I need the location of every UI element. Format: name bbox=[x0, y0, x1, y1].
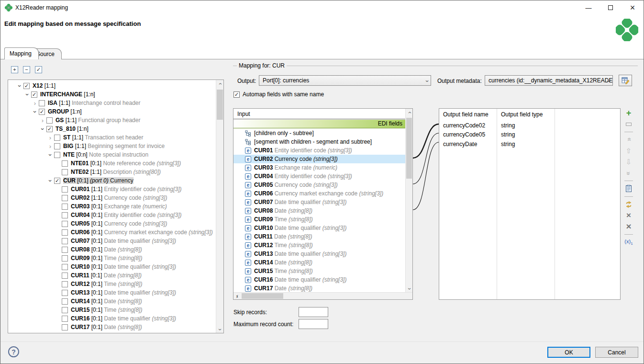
tree-item-cur16[interactable]: CUR16 [0:1] Date time qualifier (string[… bbox=[8, 314, 216, 323]
tree-item-checkbox[interactable] bbox=[62, 255, 68, 262]
tree-item-group[interactable]: ›✓GROUP [1:n] bbox=[8, 107, 216, 116]
clear-all-mappings-button[interactable]: × bbox=[622, 222, 635, 231]
input-item-cur05[interactable]: eCUR05 Currency code (string[3]) bbox=[233, 181, 405, 189]
scroll-down-icon[interactable]: › bbox=[406, 285, 413, 292]
input-item-cur03[interactable]: eCUR03 Exchange rate (numeric) bbox=[233, 163, 405, 172]
collapse-arrow-icon[interactable]: › bbox=[46, 178, 54, 184]
cancel-button[interactable]: Cancel bbox=[595, 347, 638, 358]
scroll-down-icon[interactable]: › bbox=[216, 326, 223, 333]
maximize-icon[interactable] bbox=[600, 0, 622, 15]
scroll-up-icon[interactable]: › bbox=[406, 109, 413, 116]
remove-field-button[interactable] bbox=[622, 120, 635, 128]
skip-records-input[interactable] bbox=[299, 307, 328, 317]
tree-item-nte02[interactable]: NTE02 [1:1] Description (string[80]) bbox=[8, 168, 216, 176]
tree-item-cur09[interactable]: CUR09 [0:1] Time (string[8]) bbox=[8, 254, 216, 262]
tree-item-cur15[interactable]: CUR15 [0:1] Time (string[8]) bbox=[8, 306, 216, 314]
input-item-cur15[interactable]: eCUR15 Time (string[8]) bbox=[233, 267, 405, 275]
scroll-up-icon[interactable]: › bbox=[216, 80, 223, 87]
collapse-arrow-icon[interactable]: › bbox=[16, 83, 23, 89]
tree-item-checkbox[interactable] bbox=[62, 324, 68, 330]
tree-item-cur04[interactable]: CUR04 [0:1] Entity identifier code (stri… bbox=[8, 211, 216, 219]
check-all-icon[interactable]: ✓ bbox=[35, 66, 42, 73]
tree-item-big[interactable]: ›BIG [1:1] Beginning segment for invoice bbox=[8, 142, 216, 150]
tree-item-cur02[interactable]: CUR02 [1:1] Currency code (string[3]) bbox=[8, 193, 216, 202]
expand-all-icon[interactable]: + bbox=[11, 66, 18, 73]
scroll-right-icon[interactable]: › bbox=[233, 293, 241, 300]
input-item-cur04[interactable]: eCUR04 Entity identifier code (string[3]… bbox=[233, 172, 405, 181]
collapse-arrow-icon[interactable]: › bbox=[39, 126, 46, 132]
output-field-row[interactable]: currencyCode02string bbox=[439, 121, 620, 130]
scrollbar-thumb[interactable] bbox=[406, 118, 412, 179]
tree-item-cur06[interactable]: CUR06 [0:1] Currency market exchange cod… bbox=[8, 228, 216, 237]
input-item-cur07[interactable]: eCUR07 Date time qualifier (string[3]) bbox=[233, 198, 405, 206]
tree-item-checkbox[interactable] bbox=[62, 273, 68, 279]
automap-button[interactable] bbox=[622, 200, 635, 209]
collapse-arrow-icon[interactable]: › bbox=[46, 152, 54, 158]
tree-item-cur14[interactable]: CUR14 [0:1] Date (string[8]) bbox=[8, 297, 216, 306]
tree-item-checkbox[interactable] bbox=[62, 160, 68, 167]
tree-item-checkbox[interactable] bbox=[39, 100, 45, 106]
scrollbar-thumb[interactable] bbox=[242, 293, 283, 299]
move-down-button[interactable]: ⇩ bbox=[622, 158, 635, 166]
tree-item-checkbox[interactable] bbox=[62, 316, 68, 322]
tree-item-checkbox[interactable] bbox=[62, 186, 68, 193]
automap-checkbox[interactable]: ✓ bbox=[233, 91, 240, 98]
tree-item-checkbox[interactable]: ✓ bbox=[54, 178, 60, 184]
tree-item-checkbox[interactable] bbox=[62, 204, 68, 210]
collapse-arrow-icon[interactable]: › bbox=[23, 91, 31, 98]
tree-item-x12[interactable]: ›✓X12 [1:1] bbox=[8, 81, 216, 90]
tree-item-cur03[interactable]: CUR03 [0:1] Exchange rate (numeric) bbox=[8, 202, 216, 211]
input-item-cur06[interactable]: eCUR06 Currency market exchange code (st… bbox=[233, 189, 405, 198]
tree-item-checkbox[interactable] bbox=[62, 247, 68, 253]
tree-item-checkbox[interactable] bbox=[62, 264, 68, 270]
input-item-cur02[interactable]: eCUR02 Currency code (string[3]) bbox=[233, 155, 405, 163]
tree-item-nte01[interactable]: NTE01 [0:1] Note reference code (string[… bbox=[8, 159, 216, 168]
tab-mapping[interactable]: Mapping bbox=[4, 47, 39, 59]
clear-mapping-button[interactable]: × bbox=[622, 211, 635, 220]
scrollbar-thumb[interactable] bbox=[217, 90, 223, 120]
minimize-icon[interactable]: — bbox=[577, 0, 600, 15]
input-item-cur13[interactable]: eCUR13 Date time qualifier (string[3]) bbox=[233, 250, 405, 258]
input-vertical-scrollbar[interactable]: › › bbox=[405, 109, 412, 292]
tree-item-checkbox[interactable] bbox=[54, 143, 60, 149]
tree-item-checkbox[interactable] bbox=[62, 290, 68, 296]
tree-item-cur11[interactable]: CUR11 [0:1] Date (string[8]) bbox=[8, 271, 216, 280]
tree-item-checkbox[interactable]: ✓ bbox=[23, 83, 30, 89]
tree-item-cur12[interactable]: CUR12 [0:1] Time (string[8]) bbox=[8, 280, 216, 288]
output-metadata-select[interactable]: currencies (id:__dynamic_metadata_X12REA… bbox=[485, 75, 613, 86]
input-item-cur14[interactable]: eCUR14 Date (string[8]) bbox=[233, 258, 405, 267]
edit-metadata-button[interactable] bbox=[619, 75, 632, 86]
tree-item-checkbox[interactable] bbox=[62, 195, 68, 201]
max-record-count-input[interactable] bbox=[299, 319, 328, 329]
tree-item-ts_810[interactable]: ›✓TS_810 [1:n] bbox=[8, 125, 216, 133]
tree-item-checkbox[interactable] bbox=[62, 212, 68, 218]
tree-item-cur[interactable]: ›✓CUR [0:1] (port 0) Currency bbox=[8, 176, 216, 185]
tree-item-cur13[interactable]: CUR13 [0:1] Date time qualifier (string[… bbox=[8, 288, 216, 297]
tree-item-checkbox[interactable] bbox=[54, 152, 60, 158]
close-icon[interactable]: × bbox=[622, 0, 644, 15]
expand-arrow-icon[interactable]: › bbox=[46, 143, 54, 149]
output-port-select[interactable]: Port[0]: currencies › bbox=[259, 75, 431, 86]
tree-item-checkbox[interactable] bbox=[62, 281, 68, 287]
input-item-subtree[interactable]: [children only - subtree] bbox=[233, 129, 405, 137]
paste-fields-button[interactable] bbox=[622, 184, 635, 193]
tree-item-checkbox[interactable]: ✓ bbox=[39, 109, 45, 115]
input-horizontal-scrollbar[interactable]: › › bbox=[233, 292, 412, 299]
tree-item-isa[interactable]: ›ISA [1:1] Interchange control header bbox=[8, 99, 216, 107]
collapse-all-icon[interactable]: − bbox=[23, 66, 30, 73]
tree-item-checkbox[interactable] bbox=[62, 229, 68, 236]
input-item-cur09[interactable]: eCUR09 Time (string[8]) bbox=[233, 215, 405, 224]
tree-item-interchange[interactable]: ›✓INTERCHANGE [1:n] bbox=[8, 90, 216, 99]
tree-item-checkbox[interactable] bbox=[46, 117, 53, 124]
input-item-cur12[interactable]: eCUR12 Time (string[8]) bbox=[233, 241, 405, 250]
tree-item-cur08[interactable]: CUR08 [0:1] Date (string[8]) bbox=[8, 245, 216, 254]
automap-option[interactable]: ✓ Automap fields with same name bbox=[233, 91, 324, 98]
tree-item-checkbox[interactable] bbox=[54, 135, 60, 141]
expression-button[interactable]: (x)1 bbox=[622, 238, 635, 247]
input-item-cur01[interactable]: eCUR01 Entity identifier code (string[3]… bbox=[233, 146, 405, 155]
collapse-arrow-icon[interactable]: › bbox=[31, 109, 39, 115]
output-field-row[interactable]: currencyCode05string bbox=[439, 130, 620, 140]
input-item-cur17[interactable]: eCUR17 Date (string[8]) bbox=[233, 284, 405, 293]
tree-item-checkbox[interactable] bbox=[62, 169, 68, 175]
input-item-cur11[interactable]: eCUR11 Date (string[8]) bbox=[233, 232, 405, 241]
